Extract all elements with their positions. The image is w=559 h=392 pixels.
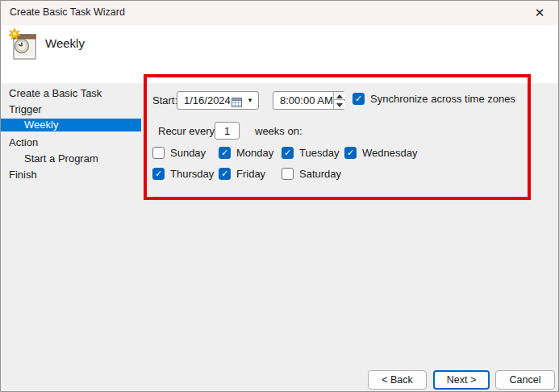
checkbox-label: Friday [236,168,265,180]
close-button[interactable]: ✕ [523,1,557,25]
create-basic-task-wizard-window: Create Basic Task Wizard ✕ Weekly Create… [0,0,559,392]
sidebar-item-create-basic-task[interactable]: Create a Basic Task [1,87,141,100]
next-button[interactable]: Next > [433,370,490,390]
back-button[interactable]: < Back [368,370,427,390]
start-time-spinner[interactable]: 8:00:00 AM [273,91,345,110]
window-title: Create Basic Task Wizard [10,6,125,18]
weeks-on-label: weeks on: [255,125,302,137]
day-checkbox-tuesday[interactable]: ✓ Tuesday [282,147,339,159]
date-dropdown-arrow-icon[interactable]: ▾ [246,92,254,109]
calendar-icon[interactable] [232,95,242,106]
spin-up-icon[interactable] [334,92,345,100]
synchronize-time-zones-checkbox[interactable]: ✓ Synchronize across time zones [353,93,515,105]
checkbox[interactable]: ✓ [282,147,294,159]
weeks-interval-input[interactable] [215,122,240,140]
day-checkbox-thursday[interactable]: ✓ Thursday [152,168,214,180]
checkbox-label: Saturday [299,168,341,180]
start-time-value: 8:00:00 AM [280,94,333,106]
spin-down-icon[interactable] [334,101,345,109]
sidebar-item-weekly[interactable]: Weekly [1,119,141,131]
sidebar-item-finish[interactable]: Finish [1,169,141,181]
checkbox[interactable]: ✓ [219,168,231,180]
day-checkbox-saturday[interactable]: Saturday [282,168,341,180]
day-checkbox-monday[interactable]: ✓ Monday [219,147,273,159]
scheduled-task-icon [9,28,40,62]
sidebar-item-start-a-program[interactable]: Start a Program [1,152,141,165]
checkbox-label: Sunday [170,147,206,159]
checkbox[interactable]: ✓ [353,93,365,105]
start-label: Start: [152,94,177,106]
wizard-header: Weekly [1,25,558,83]
checkbox[interactable] [282,168,294,180]
close-icon: ✕ [535,6,545,20]
checkbox[interactable] [152,147,165,159]
day-checkbox-friday[interactable]: ✓ Friday [219,168,265,180]
checkbox[interactable]: ✓ [219,147,231,159]
checkbox-label: Wednesday [362,147,417,159]
checkbox-label: Tuesday [299,147,339,159]
title-bar: Create Basic Task Wizard ✕ [1,1,558,25]
start-date-value: 1/16/2024 [184,94,231,106]
cancel-button[interactable]: Cancel [495,370,555,390]
page-title: Weekly [45,36,85,50]
checkbox[interactable]: ✓ [344,147,357,159]
sidebar-item-trigger[interactable]: Trigger [1,103,141,116]
checkbox-label: Monday [236,147,273,159]
checkbox-label: Thursday [170,168,214,180]
sidebar-item-action[interactable]: Action [1,136,141,149]
checkbox[interactable]: ✓ [152,168,165,180]
checkbox-label: Synchronize across time zones [370,93,515,105]
day-checkbox-sunday[interactable]: Sunday [152,147,206,159]
start-date-picker[interactable]: 1/16/2024 ▾ [177,91,259,110]
time-spinner-controls [333,92,344,109]
day-checkbox-wednesday[interactable]: ✓ Wednesday [344,147,417,159]
recur-every-label: Recur every: [158,125,218,137]
